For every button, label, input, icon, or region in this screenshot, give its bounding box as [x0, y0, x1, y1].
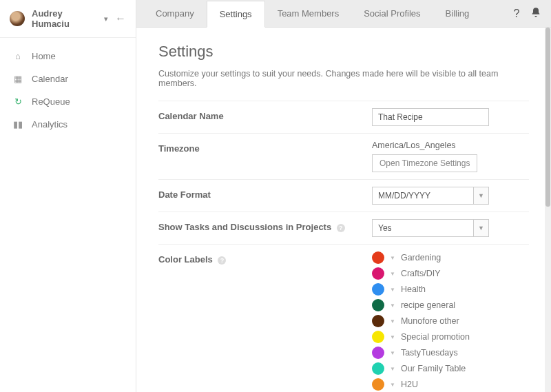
- color-label-row[interactable]: ▼TastyTuesdays: [372, 347, 499, 359]
- row-date-format: Date Format MM/DD/YYYY ▼: [158, 179, 529, 212]
- sidebar-item-requeue[interactable]: ↻ ReQueue: [0, 90, 136, 113]
- color-label-row[interactable]: ▼Crafts/DIY: [372, 267, 499, 280]
- user-name: Audrey Humaciu: [32, 8, 97, 29]
- scrollbar[interactable]: [545, 28, 551, 392]
- row-calendar-name: Calendar Name: [158, 101, 529, 133]
- color-label-name: Our Family Table: [401, 364, 466, 373]
- date-format-select[interactable]: MM/DD/YYYY ▼: [372, 187, 489, 205]
- analytics-icon: ▮▮: [12, 119, 23, 130]
- tab-social-profiles[interactable]: Social Profiles: [351, 0, 433, 27]
- content: Settings Customize your settings to suit…: [136, 28, 551, 392]
- color-swatch[interactable]: [372, 283, 384, 296]
- sidebar-item-calendar[interactable]: ▦ Calendar: [0, 68, 136, 90]
- requeue-icon: ↻: [12, 96, 23, 107]
- calendar-icon: ▦: [12, 74, 23, 84]
- chevron-down-icon[interactable]: ▼: [390, 255, 395, 261]
- tab-team-members[interactable]: Team Members: [265, 0, 352, 27]
- chevron-down-icon[interactable]: ▼: [390, 350, 395, 356]
- bell-icon[interactable]: [526, 7, 545, 21]
- chevron-down-icon: ▾: [104, 14, 108, 23]
- color-label-row[interactable]: ▼Health: [372, 283, 499, 296]
- color-label-row[interactable]: ▼Our Family Table: [372, 362, 499, 375]
- color-label-name: TastyTuesdays: [401, 348, 458, 358]
- chevron-down-icon[interactable]: ▼: [390, 302, 395, 309]
- row-show-tasks: Show Tasks and Discussions in Projects ?…: [158, 212, 529, 244]
- color-label-row[interactable]: ▼Special promotion: [372, 331, 499, 343]
- scrollbar-thumb[interactable]: [545, 28, 550, 207]
- chevron-down-icon[interactable]: ▼: [390, 366, 395, 372]
- tab-settings[interactable]: Settings: [207, 1, 265, 28]
- label-show-tasks: Show Tasks and Discussions in Projects ?: [158, 219, 372, 232]
- color-label-row[interactable]: ▼Gardening: [372, 251, 499, 264]
- page-title: Settings: [158, 43, 529, 61]
- color-swatch[interactable]: [372, 267, 384, 280]
- chevron-down-icon[interactable]: ▼: [390, 271, 395, 277]
- sidebar-item-label: Home: [32, 51, 56, 61]
- color-label-row[interactable]: ▼H2U: [372, 378, 499, 391]
- color-label-name: Health: [401, 285, 426, 294]
- color-label-name: Gardening: [401, 253, 441, 262]
- sidebar-item-analytics[interactable]: ▮▮ Analytics: [0, 113, 136, 136]
- help-icon[interactable]: ?: [337, 224, 345, 232]
- timezone-value: America/Los_Angeles: [372, 141, 456, 150]
- color-swatch[interactable]: [372, 378, 384, 391]
- home-icon: ⌂: [12, 51, 23, 61]
- help-icon[interactable]: ?: [507, 8, 526, 20]
- color-label-name: Special promotion: [401, 332, 470, 342]
- row-timezone: Timezone America/Los_Angeles Open Timezo…: [158, 133, 529, 179]
- color-label-name: Crafts/DIY: [401, 269, 441, 278]
- color-labels-list: ▼Gardening▼Crafts/DIY▼Health▼recipe gene…: [372, 251, 499, 392]
- avatar: [10, 11, 25, 26]
- tab-billing[interactable]: Billing: [433, 0, 482, 27]
- color-swatch[interactable]: [372, 251, 384, 264]
- color-swatch[interactable]: [372, 299, 384, 311]
- help-icon[interactable]: ?: [218, 256, 226, 265]
- row-color-labels: Color Labels ? ▼Gardening▼Crafts/DIY▼Hea…: [158, 244, 529, 392]
- color-label-name: recipe general: [401, 300, 455, 310]
- sidebar: Audrey Humaciu ▾ ← ⌂ Home ▦ Calendar ↻ R…: [0, 0, 136, 392]
- chevron-down-icon[interactable]: ▼: [390, 287, 395, 293]
- color-label-name: H2U: [401, 380, 418, 389]
- color-label-row[interactable]: ▼recipe general: [372, 299, 499, 311]
- label-date-format: Date Format: [158, 187, 372, 200]
- label-timezone: Timezone: [158, 141, 372, 154]
- calendar-name-input[interactable]: [372, 108, 489, 126]
- color-label-row[interactable]: ▼Munofore other: [372, 315, 499, 327]
- page-subtitle: Customize your settings to suit your nee…: [158, 69, 529, 88]
- sidebar-item-label: Calendar: [32, 74, 68, 84]
- color-swatch[interactable]: [372, 331, 384, 343]
- chevron-down-icon[interactable]: ▼: [390, 318, 395, 324]
- color-label-name: Munofore other: [401, 316, 459, 326]
- open-timezone-button[interactable]: Open Timezone Settings: [372, 154, 477, 172]
- sidebar-nav: ⌂ Home ▦ Calendar ↻ ReQueue ▮▮ Analytics: [0, 38, 136, 143]
- sidebar-item-home[interactable]: ⌂ Home: [0, 45, 136, 68]
- sidebar-item-label: Analytics: [32, 119, 67, 130]
- tabbar: Company Settings Team Members Social Pro…: [136, 0, 551, 28]
- chevron-down-icon: ▼: [474, 219, 489, 237]
- chevron-down-icon: ▼: [474, 187, 489, 205]
- chevron-down-icon[interactable]: ▼: [390, 382, 395, 388]
- tab-company[interactable]: Company: [143, 0, 207, 27]
- label-color-labels: Color Labels ?: [158, 251, 372, 265]
- show-tasks-select[interactable]: Yes ▼: [372, 219, 489, 237]
- color-swatch[interactable]: [372, 315, 384, 327]
- sidebar-item-label: ReQueue: [32, 96, 70, 107]
- back-arrow-icon[interactable]: ←: [115, 12, 126, 25]
- user-menu[interactable]: Audrey Humaciu ▾ ←: [0, 0, 136, 38]
- color-swatch[interactable]: [372, 362, 384, 375]
- main: Company Settings Team Members Social Pro…: [136, 0, 551, 392]
- color-swatch[interactable]: [372, 347, 384, 359]
- chevron-down-icon[interactable]: ▼: [390, 334, 395, 340]
- label-calendar-name: Calendar Name: [158, 108, 372, 121]
